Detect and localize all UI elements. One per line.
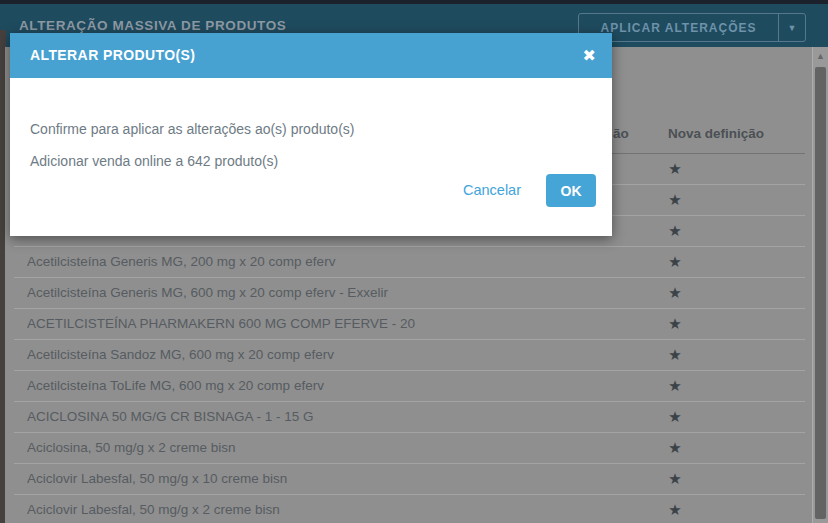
favorite-star-icon[interactable]: ★ <box>660 247 690 277</box>
product-name: Acetilcisteína Generis MG, 200 mg x 20 c… <box>27 247 625 277</box>
scroll-up-icon[interactable]: ▲ <box>813 47 828 65</box>
cancel-link[interactable]: Cancelar <box>452 174 532 207</box>
favorite-star-icon[interactable]: ★ <box>660 402 690 432</box>
table-row[interactable]: Acetilcisteína Generis MG, 200 mg x 20 c… <box>14 247 805 278</box>
product-name: Acetilcisteína Generis MG, 600 mg x 20 c… <box>27 278 625 308</box>
table-row[interactable]: ACETILCISTEÍNA PHARMAKERN 600 MG COMP EF… <box>14 309 805 340</box>
table-row[interactable]: Acetilcisteína Sandoz MG, 600 mg x 20 co… <box>14 340 805 371</box>
table-row[interactable]: Aciclovir Labesfal, 50 mg/g x 2 creme bi… <box>14 495 805 523</box>
apply-changes-dropdown[interactable]: ▼ <box>778 14 805 41</box>
column-header-partial: ão <box>613 126 629 141</box>
favorite-star-icon[interactable]: ★ <box>660 278 690 308</box>
product-name: ACICLOSINA 50 MG/G CR BISNAGA - 1 - 15 G <box>27 402 625 432</box>
column-header-new-definition: Nova definição <box>668 126 764 141</box>
product-name: ACETILCISTEÍNA PHARMAKERN 600 MG COMP EF… <box>27 309 625 339</box>
close-icon[interactable]: ✖ <box>583 33 596 78</box>
table-row[interactable]: Acetilcisteína Generis MG, 600 mg x 20 c… <box>14 278 805 309</box>
favorite-star-icon[interactable]: ★ <box>660 216 690 246</box>
action-message: Adicionar venda online a 642 produto(s) <box>30 153 278 169</box>
favorite-star-icon[interactable]: ★ <box>660 464 690 494</box>
favorite-star-icon[interactable]: ★ <box>660 309 690 339</box>
caret-down-icon: ▼ <box>788 23 797 33</box>
favorite-star-icon[interactable]: ★ <box>660 185 690 215</box>
product-name: Aciclosina, 50 mg/g x 2 creme bisn <box>27 433 625 463</box>
modal-header: ALTERAR PRODUTO(S) ✖ <box>10 33 612 78</box>
product-name: Aciclovir Labesfal, 50 mg/g x 10 creme b… <box>27 464 625 494</box>
product-name: Acetilcisteína ToLife MG, 600 mg x 20 co… <box>27 371 625 401</box>
table-row[interactable]: Aciclovir Labesfal, 50 mg/g x 10 creme b… <box>14 464 805 495</box>
product-name: Aciclovir Labesfal, 50 mg/g x 2 creme bi… <box>27 495 625 523</box>
table-row[interactable]: Acetilcisteína ToLife MG, 600 mg x 20 co… <box>14 371 805 402</box>
favorite-star-icon[interactable]: ★ <box>660 154 690 184</box>
product-name: Acetilcisteína Sandoz MG, 600 mg x 20 co… <box>27 340 625 370</box>
favorite-star-icon[interactable]: ★ <box>660 495 690 523</box>
favorite-star-icon[interactable]: ★ <box>660 371 690 401</box>
confirm-message: Confirme para aplicar as alterações ao(s… <box>30 121 354 137</box>
modal-title: ALTERAR PRODUTO(S) <box>30 33 195 78</box>
table-row[interactable]: Aciclosina, 50 mg/g x 2 creme bisn ★ <box>14 433 805 464</box>
apply-changes-split-button[interactable]: APLICAR ALTERAÇÕES ▼ <box>578 13 806 42</box>
favorite-star-icon[interactable]: ★ <box>660 433 690 463</box>
table-row[interactable]: ACICLOSINA 50 MG/G CR BISNAGA - 1 - 15 G… <box>14 402 805 433</box>
favorite-star-icon[interactable]: ★ <box>660 340 690 370</box>
scrollbar-thumb[interactable] <box>815 67 826 519</box>
alter-products-modal: ALTERAR PRODUTO(S) ✖ Confirme para aplic… <box>10 33 612 236</box>
ok-button[interactable]: OK <box>546 174 596 207</box>
vertical-scrollbar[interactable]: ▲ <box>812 47 828 523</box>
